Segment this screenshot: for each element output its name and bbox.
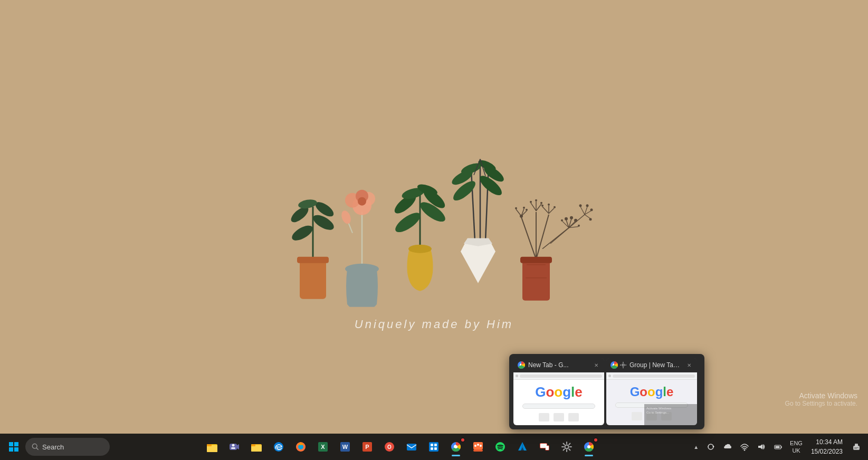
- word-icon: W: [339, 441, 351, 453]
- chrome-icon-2: [583, 441, 595, 453]
- wallpaper-art: Uniquely made by Him: [255, 107, 614, 331]
- taskbar-icon-office[interactable]: O: [379, 436, 400, 457]
- taskbar-icon-store[interactable]: [423, 436, 444, 457]
- taskbar-clock[interactable]: 10:34 AM 15/02/2023: [807, 437, 847, 456]
- chrome-badge: [460, 437, 465, 443]
- tray-language-code: ENG: [790, 439, 803, 447]
- svg-line-51: [536, 204, 541, 211]
- svg-point-52: [540, 202, 542, 204]
- svg-point-48: [530, 201, 532, 203]
- chrome-settings-icon: [620, 362, 626, 368]
- tray-cloud-icon[interactable]: [720, 439, 735, 454]
- svg-line-57: [549, 208, 554, 214]
- taskbar-icon-azure[interactable]: [512, 436, 533, 457]
- tray-language-region: UK: [792, 447, 800, 454]
- office-icon: O: [384, 441, 395, 453]
- chrome-window-1-close[interactable]: ✕: [593, 361, 600, 369]
- svg-rect-89: [14, 442, 18, 446]
- chrome-window-1[interactable]: New Tab - G... ✕ Google: [513, 358, 604, 425]
- taskbar-search-label: Search: [42, 443, 64, 451]
- svg-text:X: X: [321, 444, 325, 450]
- svg-point-15: [340, 209, 352, 225]
- taskbar-icon-mail[interactable]: [401, 436, 422, 457]
- taskbar-icon-excel[interactable]: X: [312, 436, 333, 457]
- svg-point-123: [474, 445, 476, 447]
- taskbar-icon-word[interactable]: W: [335, 436, 356, 457]
- start-button[interactable]: [4, 437, 23, 456]
- tray-wifi-icon[interactable]: [737, 439, 752, 454]
- svg-point-78: [589, 218, 592, 221]
- teams-icon: [228, 441, 240, 453]
- tray-battery-icon[interactable]: [771, 439, 786, 454]
- chrome-favicon-1: [518, 361, 525, 369]
- taskbar-search-box[interactable]: Search: [25, 438, 110, 456]
- tray-sync-icon[interactable]: [703, 439, 718, 454]
- svg-point-124: [477, 444, 479, 446]
- svg-point-67: [561, 219, 563, 222]
- svg-point-138: [744, 449, 746, 451]
- taskbar-icon-file-explorer[interactable]: [202, 436, 223, 457]
- svg-rect-146: [854, 448, 857, 449]
- tray-overflow-button[interactable]: ▲: [691, 439, 701, 454]
- tray-language[interactable]: ENG UK: [788, 439, 805, 455]
- taskbar-search-icon: [32, 443, 39, 451]
- taskbar-icon-folder[interactable]: [246, 436, 267, 457]
- taskbar-icon-paint[interactable]: [468, 436, 489, 457]
- svg-point-50: [535, 199, 537, 202]
- taskbar-icon-chrome[interactable]: [445, 436, 466, 457]
- svg-point-69: [578, 225, 580, 227]
- svg-rect-101: [251, 444, 255, 446]
- taskbar-icon-settings[interactable]: [556, 436, 577, 457]
- svg-point-46: [526, 209, 528, 211]
- tray-volume-icon[interactable]: [754, 439, 769, 454]
- svg-rect-114: [429, 442, 438, 452]
- svg-point-98: [232, 444, 234, 447]
- svg-line-37: [521, 217, 536, 260]
- svg-point-13: [358, 197, 366, 206]
- svg-point-136: [587, 445, 590, 448]
- taskbar-icon-spotify[interactable]: [490, 436, 511, 457]
- svg-point-63: [565, 217, 568, 221]
- activate-windows-watermark: Activate Windows Go to Settings to activ…: [785, 391, 857, 407]
- svg-text:O: O: [387, 444, 392, 450]
- svg-rect-7: [297, 257, 329, 263]
- activate-windows-title: Activate Windows: [785, 391, 857, 400]
- taskbar: Search: [0, 434, 868, 460]
- taskbar-icon-teams[interactable]: [224, 436, 245, 457]
- svg-point-134: [565, 445, 568, 449]
- taskbar-icon-edge[interactable]: [268, 436, 289, 457]
- edge-icon: [273, 441, 284, 453]
- svg-point-1: [289, 223, 314, 243]
- sync-icon: [707, 443, 714, 451]
- svg-rect-145: [854, 447, 859, 448]
- svg-rect-95: [207, 444, 212, 446]
- activate-windows-subtitle: Go to Settings to activate.: [785, 400, 857, 407]
- svg-point-25: [408, 245, 432, 253]
- taskbar-icon-firefox[interactable]: [290, 436, 311, 457]
- spotify-icon: [494, 441, 506, 453]
- chrome-window-2-close[interactable]: ✕: [685, 361, 693, 369]
- svg-point-72: [579, 204, 581, 207]
- svg-line-39: [536, 215, 549, 260]
- svg-point-76: [590, 208, 593, 211]
- svg-line-47: [531, 203, 536, 211]
- clock-date: 15/02/2023: [811, 447, 843, 456]
- svg-point-44: [523, 207, 525, 209]
- svg-line-93: [36, 448, 38, 449]
- svg-line-77: [585, 215, 590, 218]
- svg-rect-90: [9, 447, 13, 452]
- taskbar-icon-remote-desktop[interactable]: [534, 436, 555, 457]
- taskbar-icon-powerpoint[interactable]: P: [357, 436, 378, 457]
- taskbar-right-area: ▲: [691, 437, 864, 456]
- chrome-favicon-2: [611, 361, 618, 369]
- battery-icon: [774, 443, 783, 451]
- svg-rect-99: [231, 447, 235, 449]
- taskbar-pinned-apps: X W P O: [112, 436, 689, 457]
- chrome-window-2[interactable]: Group | New Tab - Google ... ✕ Google: [606, 358, 697, 425]
- windows-logo-icon: [9, 442, 18, 452]
- notification-button[interactable]: [849, 437, 864, 456]
- settings-icon: [561, 441, 573, 453]
- store-icon: [428, 441, 440, 453]
- taskbar-icon-chrome2[interactable]: [578, 436, 599, 457]
- svg-rect-91: [14, 447, 18, 452]
